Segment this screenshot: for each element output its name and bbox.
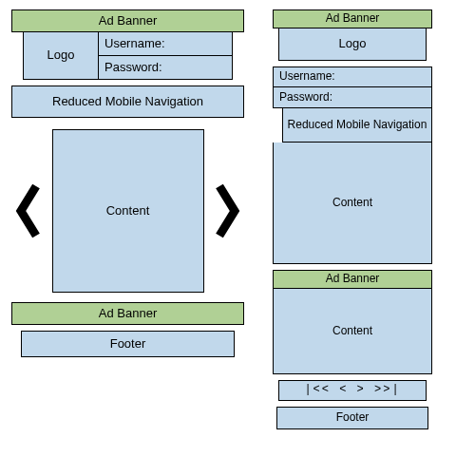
content-area: Content (52, 129, 204, 293)
mobile-nav[interactable]: Reduced Mobile Navigation (282, 108, 432, 143)
chevron-right-icon[interactable] (214, 182, 240, 239)
username-field[interactable]: Username: (273, 67, 432, 87)
login-row: Logo Username: Password: (23, 32, 233, 80)
password-field[interactable]: Password: (273, 87, 432, 108)
logo: Logo (278, 29, 427, 61)
logo: Logo (23, 32, 99, 80)
password-field[interactable]: Password: (99, 56, 233, 80)
layout-tablet: Ad Banner Logo Username: Password: Reduc… (11, 10, 244, 357)
content-area-1: Content (273, 143, 432, 264)
chevron-left-icon[interactable] (15, 182, 42, 239)
mobile-nav[interactable]: Reduced Mobile Navigation (11, 86, 244, 118)
ad-banner-top: Ad Banner (273, 10, 432, 29)
ad-banner-top: Ad Banner (11, 10, 244, 32)
layout-phone: Ad Banner Logo Username: Password: Reduc… (273, 10, 432, 429)
carousel: Content (11, 129, 244, 293)
ad-banner-mid: Ad Banner (273, 270, 432, 289)
ad-banner-bottom: Ad Banner (11, 302, 244, 325)
content-area-2: Content (273, 289, 432, 374)
footer: Footer (21, 331, 235, 357)
pager[interactable]: |<< < > >>| (278, 380, 427, 401)
footer: Footer (276, 407, 428, 429)
username-field[interactable]: Username: (99, 32, 233, 56)
